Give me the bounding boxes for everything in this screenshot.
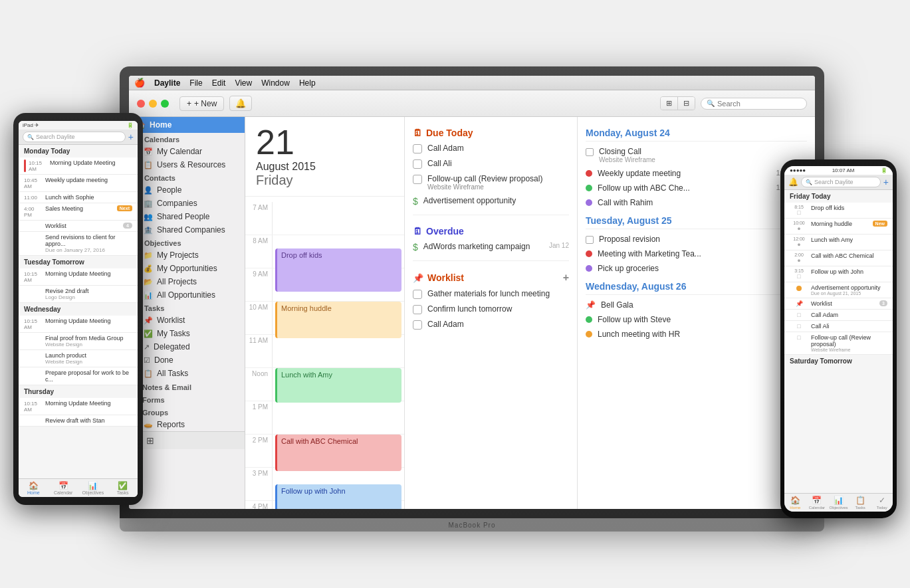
menubar-edit[interactable]: Edit xyxy=(212,78,226,88)
ipad-tab-home[interactable]: 🏠 Home xyxy=(19,481,49,495)
sidebar-item-shared-people[interactable]: 👥 Shared People xyxy=(129,210,245,223)
ipad-item-morning-update-thu[interactable]: 10:15 AM Morning Update Meeting xyxy=(19,398,138,415)
event-lunch-amy[interactable]: Lunch with Amy xyxy=(275,368,401,403)
menubar-file[interactable]: File xyxy=(189,78,202,88)
menubar-help[interactable]: Help xyxy=(299,78,316,88)
ipad-item-worklist[interactable]: Worklist 4 xyxy=(19,221,138,232)
iphone-item-lunch-amy[interactable]: 12:00 ● Lunch with Amy xyxy=(784,235,893,250)
sidebar-item-delegated[interactable]: ↗ Delegated xyxy=(129,340,245,353)
sidebar-item-companies[interactable]: 🏢 Companies xyxy=(129,197,245,210)
ipad-item-review-draft-stan[interactable]: Review draft with Stan xyxy=(19,415,138,427)
ipad-item-prepare-proposal[interactable]: Prepare proposal for work to be c... xyxy=(19,367,138,385)
notifications-button[interactable]: 🔔 xyxy=(229,96,252,111)
ipad-add-button[interactable]: + xyxy=(128,132,134,142)
iphone-tab-objectives[interactable]: 📊 Objectives xyxy=(828,496,850,510)
iphone-item-call-adam[interactable]: □ Call Adam xyxy=(784,310,893,321)
apple-menu[interactable]: 🍎 xyxy=(134,78,145,88)
task-checkbox[interactable] xyxy=(413,144,422,153)
iphone-tab-tasks[interactable]: 📋 Tasks xyxy=(850,496,871,510)
ipad-tab-calendar[interactable]: 📅 Calendar xyxy=(49,481,78,495)
event-label: Lunch with Amy xyxy=(281,371,332,379)
grid-view-button[interactable]: ⊞ xyxy=(146,435,154,446)
sidebar-groups-header[interactable]: ▶ Groups xyxy=(129,405,245,418)
ipad-screen: iPad ✈ 🔋 🔍 Search Daylite + Monday Today… xyxy=(19,121,138,497)
ipad-item-morning-update-tue[interactable]: 10:15 AM Morning Update Meeting xyxy=(19,268,138,286)
ipad-search-box[interactable]: 🔍 Search Daylite xyxy=(23,132,126,142)
sidebar-item-my-calendar[interactable]: 📅 My Calendar xyxy=(129,145,245,158)
iphone-search-box[interactable]: 🔍 Search Daylite xyxy=(801,177,881,187)
search-box[interactable]: 🔍 xyxy=(701,98,807,110)
iphone-tab-home[interactable]: 🏠 Home xyxy=(784,496,806,510)
item-text: Prepare proposal for work to be c... xyxy=(45,369,132,383)
menubar-view[interactable]: View xyxy=(235,78,252,88)
ipad-item-weekly-update[interactable]: 10:45 AM Weekly update meeting xyxy=(19,175,138,192)
sidebar-calendars-header[interactable]: ▼ Calendars xyxy=(129,133,245,145)
iphone-tab-today[interactable]: ✓ Today xyxy=(871,496,893,510)
iphone-item-morning-huddle[interactable]: 10:00 ● Morning huddle New xyxy=(784,219,893,235)
ipad-item-lunch-sophie[interactable]: 11:00 Lunch with Sophie xyxy=(19,192,138,203)
close-button[interactable] xyxy=(137,100,145,108)
event-drop-off-kids[interactable]: Drop off kids xyxy=(275,248,401,292)
my-tasks-label: My Tasks xyxy=(157,329,190,338)
minimize-button[interactable] xyxy=(149,100,157,108)
list-view-button[interactable]: ⊟ xyxy=(678,97,695,110)
ipad-item-launch-product[interactable]: Launch product Website Design xyxy=(19,350,138,367)
task-checkbox[interactable] xyxy=(413,175,422,184)
shared-people-label: Shared People xyxy=(157,212,209,221)
ipad-item-final-proof[interactable]: Final proof from Media Group Website Des… xyxy=(19,333,138,350)
sidebar-home[interactable]: 🏠 Home xyxy=(129,117,245,133)
sidebar-item-shared-companies[interactable]: 🏦 Shared Companies xyxy=(129,223,245,237)
sidebar-item-all-projects[interactable]: 📂 All Projects xyxy=(129,275,245,288)
event-follow-up-john[interactable]: Follow up with John xyxy=(275,484,401,509)
menubar-window[interactable]: Window xyxy=(261,78,290,88)
sidebar-item-my-projects[interactable]: 📁 My Projects xyxy=(129,248,245,262)
event-morning-huddle[interactable]: Morning huddle xyxy=(275,302,401,338)
sidebar-item-users-resources[interactable]: 📋 Users & Resources xyxy=(129,158,245,171)
iphone-tab-calendar[interactable]: 📅 Calendar xyxy=(806,496,828,510)
ipad-item-morning-update-wed[interactable]: 10:15 AM Morning Update Meeting xyxy=(19,316,138,333)
sidebar-item-people[interactable]: 👤 People xyxy=(129,183,245,197)
ipad-item-revise-draft[interactable]: Revise 2nd draft Logo Design xyxy=(19,286,138,303)
task-checkbox[interactable] xyxy=(413,305,422,314)
sidebar-item-all-opportunities[interactable]: 📊 All Opportunities xyxy=(129,288,245,302)
ipad-item-send-revisions[interactable]: Send revisions to client for appro... Du… xyxy=(19,232,138,256)
sidebar-item-done[interactable]: ☑ Done xyxy=(129,353,245,367)
iphone-add-button[interactable]: + xyxy=(883,177,889,187)
iphone-device: ●●●●● 10:07 AM 🔋 🔔 🔍 Search Daylite + Fr… xyxy=(780,159,897,518)
add-worklist-button[interactable]: + xyxy=(563,272,569,284)
sidebar-item-my-opportunities[interactable]: 💰 My Opportunities xyxy=(129,262,245,275)
ipad-tab-objectives[interactable]: 📊 Objectives xyxy=(78,481,108,495)
iphone-item-followup-john[interactable]: 3:15 □ Follow up with John xyxy=(784,266,893,282)
sidebar-item-all-tasks[interactable]: 📋 All Tasks xyxy=(129,367,245,380)
sidebar-notes-header[interactable]: ▶ Notes & Email xyxy=(129,380,245,393)
sidebar-forms-header[interactable]: ▶ Forms xyxy=(129,393,245,405)
time-area-8am: Drop off kids xyxy=(272,235,404,268)
maximize-button[interactable] xyxy=(161,100,169,108)
iphone-item-call-abc[interactable]: 2:00 ● Call with ABC Chemical xyxy=(784,250,893,266)
search-input[interactable] xyxy=(717,100,797,108)
sidebar-tasks-header[interactable]: ▼ Tasks xyxy=(129,302,245,314)
sidebar-item-my-tasks[interactable]: ✅ My Tasks xyxy=(129,327,245,340)
ipad-tab-tasks[interactable]: ✅ Tasks xyxy=(108,481,138,495)
iphone-item-advertisement[interactable]: Advertisement opportunity Due on August … xyxy=(784,282,893,298)
new-button[interactable]: + + New xyxy=(179,96,224,111)
task-checkbox[interactable] xyxy=(413,320,422,330)
sidebar-objectives-header[interactable]: ▼ Objectives xyxy=(129,237,245,248)
task-checkbox[interactable] xyxy=(413,159,422,169)
iphone-item-worklist[interactable]: 📌 Worklist 3 xyxy=(784,298,893,310)
column-view-button[interactable]: ⊞ xyxy=(661,97,678,110)
iphone-item-followup-review[interactable]: □ Follow-up call (Review proposal) Websi… xyxy=(784,332,893,355)
notifications-icon[interactable]: 🔔 xyxy=(788,177,798,187)
sidebar-contacts-header[interactable]: ▼ Contacts xyxy=(129,171,245,183)
item-left xyxy=(790,284,808,291)
ipad-item-morning-update[interactable]: 10:15 AM Morning Update Meeting xyxy=(19,157,138,175)
menubar-daylite[interactable]: Daylite xyxy=(154,78,180,88)
event-call-abc-chemical[interactable]: Call with ABC Chemical xyxy=(275,435,401,471)
ipad-item-sales-meeting[interactable]: 4:00 PM Sales Meeting Next xyxy=(19,203,138,221)
iphone-item-call-ali[interactable]: □ Call Ali xyxy=(784,321,893,332)
iphone-item-drop-off-kids[interactable]: 8:15 □ Drop off kids xyxy=(784,203,893,219)
worklist-label: Worklist xyxy=(427,272,464,283)
task-checkbox[interactable] xyxy=(413,290,422,299)
sidebar-item-reports[interactable]: 🥧 Reports xyxy=(129,418,245,431)
sidebar-item-worklist[interactable]: 📌 Worklist xyxy=(129,314,245,327)
